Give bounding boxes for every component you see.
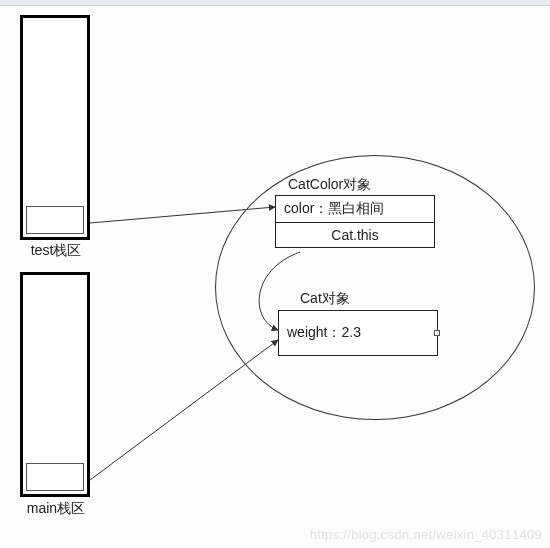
catcolor-color-row: color：黑白相间	[276, 196, 434, 223]
catcolor-this-row: Cat.this	[276, 223, 434, 247]
test-stack-slot	[26, 206, 84, 234]
cat-box: weight：2.3	[278, 310, 438, 356]
main-stack-slot	[26, 463, 84, 491]
watermark-text: https://blog.csdn.net/weixin_40311409	[310, 527, 542, 542]
main-stack-box	[20, 272, 90, 497]
cat-title: Cat对象	[300, 290, 450, 308]
catcolor-title: CatColor对象	[288, 176, 438, 194]
main-stack-label: main栈区	[18, 500, 94, 518]
test-stack-label: test栈区	[18, 242, 94, 260]
cat-box-handle	[434, 330, 440, 336]
window-top-bar	[0, 0, 550, 6]
cat-weight-row: weight：2.3	[279, 320, 437, 346]
test-stack-box	[20, 15, 90, 240]
catcolor-box: color：黑白相间 Cat.this	[275, 195, 435, 248]
